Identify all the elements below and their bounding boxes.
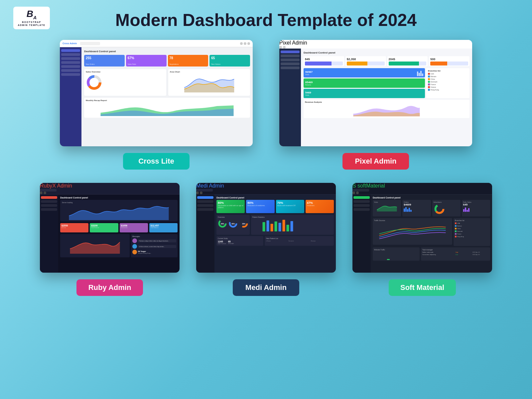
task-row-2: Consectetur adipiscing Low 2021 Apr 30 (422, 254, 489, 255)
stat-num-sales: 67% (128, 56, 165, 60)
task-date: 2021 Apr 30 (472, 254, 489, 255)
ruby-admin-label[interactable]: Ruby Admin (76, 279, 143, 296)
medi-admin-card[interactable]: Medi Admin Dashboard Contr (196, 183, 336, 296)
branch-greece: Greece (428, 86, 468, 88)
soft-material-label[interactable]: Soft Material (389, 279, 456, 296)
cross-lite-label[interactable]: Cross Lite (123, 153, 190, 170)
branch-hongkong: Hong Kong (455, 236, 489, 237)
soft-stat-orders: Orders $4609 (402, 200, 431, 216)
message-bubble: In libero ultrices, current times day ut… (138, 245, 176, 248)
task-row-1: Nullam malesuada High 2021 Apr 24 (422, 251, 489, 253)
donut-1: 49% (218, 219, 227, 228)
sidebar (40, 195, 58, 273)
prog-num-3: 70% (277, 201, 303, 204)
card-label: Visits (305, 73, 313, 75)
stat-bar (430, 62, 468, 66)
header: BA BOOTSTRAP ADMIN TEMPLATE Modern Dashb… (0, 0, 532, 33)
logo-text: BOOTSTRAP ADMIN TEMPLATE (17, 21, 47, 27)
svg-rect-17 (279, 223, 281, 231)
message-item-3: Nil Yeager Tempus Dicing Temp... (132, 250, 176, 254)
prog-num-4: 47% (307, 201, 332, 204)
pixel-stat-1: 845 (304, 56, 344, 66)
layout-body: Dashboard Control panel Server loading (40, 195, 180, 273)
visit-stat-1: 1245Sale Products (218, 240, 226, 244)
prog-1: 80% Vaccination on child with an age of … (216, 200, 245, 213)
sidebar-item-5 (61, 69, 80, 72)
task-priority: High (456, 251, 472, 253)
brand-label: Pixel Admin (279, 40, 307, 46)
search-bar (196, 189, 213, 192)
prog-3: 70% Adults with treatment OP. (276, 200, 304, 213)
brand-label: Medi Admin (196, 183, 224, 189)
stat-lbl: OPD/DAY (228, 243, 234, 244)
branch-hongkong: Hong Kong (428, 89, 468, 91)
stat-bar (389, 62, 427, 66)
task-name: Consectetur adipiscing (422, 254, 455, 255)
mini-bar-chart (404, 207, 429, 212)
bottom-templates-row: RubyX Admin Dashboard Cont (0, 170, 532, 296)
svg-text:40%: 40% (231, 223, 235, 225)
bar (405, 207, 407, 212)
user-icon (244, 42, 246, 45)
sidebar (352, 195, 371, 273)
task-date: 2021 Apr 24 (472, 251, 489, 253)
revenue-chart (305, 104, 468, 116)
task-title: Task manager (422, 249, 489, 251)
message-item-2: In libero ultrices, current times day ut… (132, 244, 176, 249)
chart-title-sales: Sales Overview (86, 71, 165, 73)
sidebar-item-2 (197, 204, 213, 207)
pixel-stats-row: 845 $2,358 2045 (304, 56, 469, 66)
area-chart: Area Chart (168, 69, 250, 96)
stat-num: $12,457 (151, 224, 176, 227)
traffic-title: Traffic Sources (374, 219, 451, 221)
sidebar-item-dashboard (41, 196, 57, 199)
brand-label: S softMaterial (352, 183, 385, 189)
sidebar-item-1 (281, 55, 300, 57)
topbar-icons (40, 192, 180, 194)
recaps-chart (86, 103, 248, 116)
svg-text:49%: 49% (221, 223, 224, 225)
card-label: Visits (305, 94, 311, 96)
stat-income: $2,358 (347, 58, 385, 61)
sidebar (196, 195, 214, 273)
medi-admin-label[interactable]: Medi Admin (233, 279, 299, 296)
stat-num: $3200 (91, 224, 117, 227)
stat-visitors: 65 New Visitors (209, 55, 250, 66)
cross-lite-card[interactable]: Cross Admin (60, 40, 253, 170)
stat-sales: 2045 (389, 58, 427, 61)
dash-title: Dashboard Control panel (304, 51, 469, 54)
message-text: In libero ultrices, current times day ut… (139, 246, 175, 247)
stat-label-neg: Negotiations (170, 63, 207, 65)
stat-label: Investment (121, 227, 147, 228)
brand-label: RubyX Admin (40, 183, 72, 189)
soft-material-card[interactable]: S softMaterial Dashboard C (352, 183, 492, 296)
svg-rect-20 (291, 221, 293, 231)
bar (465, 207, 466, 212)
website-task-row: Website Traffic Task manager (373, 247, 490, 261)
search-bar (352, 189, 369, 192)
pixel-admin-label[interactable]: Pixel Admin (342, 153, 409, 170)
sales-overview-chart: Sales Overview (84, 69, 166, 96)
sidebar-item-dashboard (281, 51, 300, 53)
patient-list-label: New Patient List (266, 237, 332, 239)
country-flag (455, 233, 457, 235)
patient-headers: # Name Surname Disease (266, 240, 332, 242)
pixel-admin-card[interactable]: Pixel Admin D (279, 40, 472, 170)
ruby-admin-card[interactable]: RubyX Admin Dashboard Cont (40, 183, 180, 296)
monthly-recaps-panel: Monthly Recap Report (84, 98, 250, 118)
prog-label-3: Adults with treatment OP. (277, 204, 303, 206)
branches-title: Branches list (455, 219, 489, 221)
sidebar-item-1 (353, 200, 370, 203)
card-num: 96587 (305, 70, 313, 73)
overview-box: Overview 49% (216, 215, 250, 235)
topbar-icons (279, 46, 472, 49)
mini-bar-chart (417, 69, 423, 76)
col-surname: Surname (288, 240, 310, 242)
donut-2: 40% (228, 219, 238, 228)
stat-label-orders: New Orders (86, 63, 123, 65)
website-traffic: Website Traffic (373, 247, 420, 261)
overview-label: Overview (218, 216, 248, 218)
bar (409, 208, 410, 212)
user-icon (283, 46, 286, 49)
branch-items: USA Bahrain China Denmark France Hong Ko… (455, 222, 489, 237)
